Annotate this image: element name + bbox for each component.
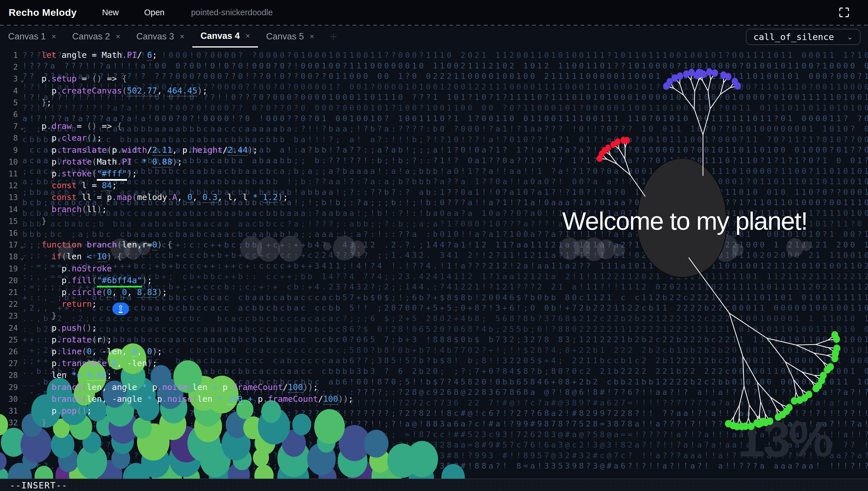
menu-new[interactable]: New — [102, 8, 119, 17]
scrubbable-number[interactable]: 6 — [147, 50, 152, 61]
line-number: 4 — [0, 85, 18, 97]
scrubbable-number[interactable]: 2.44 — [227, 145, 248, 156]
code-token: / — [283, 382, 288, 392]
code-token — [41, 192, 52, 202]
code-token: ) — [152, 347, 157, 356]
code-token: if — [52, 252, 62, 261]
chevron-down-icon: ⌄ — [847, 32, 853, 41]
fold-chevron-icon[interactable]: ⌄ — [20, 252, 24, 263]
code-token: p — [41, 335, 56, 345]
fold-chevron-icon[interactable]: ⌄ — [20, 121, 24, 133]
code-token: ; — [92, 323, 97, 333]
tab-label: Canvas 2 — [72, 31, 110, 42]
scrubbable-number[interactable]: 0.66 — [87, 370, 107, 381]
code-token: ( — [102, 287, 107, 297]
tab-canvas-5[interactable]: Canvas 5× — [258, 26, 322, 48]
code-token: line — [62, 347, 82, 356]
close-icon[interactable]: × — [180, 32, 184, 41]
line-number: 13 — [0, 192, 18, 203]
code-token: ) — [127, 169, 132, 178]
close-icon[interactable]: × — [245, 32, 250, 40]
code-token: p — [41, 406, 56, 415]
code-token: push — [62, 323, 82, 333]
color-string: "#6bff4a" — [97, 276, 142, 288]
code-token: } — [41, 216, 46, 226]
close-icon[interactable]: × — [116, 32, 120, 41]
code-token: . — [122, 50, 127, 60]
tab-canvas-4[interactable]: Canvas 4× — [192, 26, 258, 48]
menu-open[interactable]: Open — [144, 8, 165, 17]
code-token: , — [177, 192, 187, 202]
code-token — [41, 180, 52, 190]
code-token — [41, 382, 52, 392]
scrubbable-number[interactable]: 0.3 — [202, 192, 218, 203]
code-token: ; — [283, 192, 288, 202]
code-token: () — [82, 323, 92, 333]
scrubbable-number[interactable]: 0 — [152, 240, 157, 251]
line-number: 25 — [0, 334, 18, 346]
scrubbable-number[interactable]: 0.88 — [152, 157, 172, 168]
code-token: p — [41, 323, 56, 333]
scrubbable-number[interactable]: 1.2 — [263, 192, 278, 203]
code-token: ( — [82, 204, 87, 214]
tab-canvas-2[interactable]: Canvas 2× — [64, 26, 129, 48]
code-token: } — [41, 97, 46, 107]
code-token: const — [52, 180, 77, 190]
fullscreen-button[interactable] — [839, 7, 849, 17]
code-editor[interactable]: 1let angle = Math.PI/ 6;23⌄p.setup = () … — [0, 48, 868, 479]
scrubbable-number[interactable]: 0 — [132, 347, 137, 357]
add-canvas-button[interactable]: + — [322, 26, 345, 48]
line-number: 26 — [0, 346, 18, 357]
project-name: pointed-snickerdoodle — [191, 8, 273, 17]
scrubbable-number[interactable]: 0 — [147, 347, 152, 357]
scrubbable-number[interactable]: 0 — [112, 358, 117, 369]
scrubbable-number[interactable]: 8.83 — [137, 287, 157, 298]
tab-canvas-3[interactable]: Canvas 3× — [129, 26, 193, 48]
code-token: len — [197, 394, 218, 404]
scrubbable-number[interactable]: 464.45 — [167, 86, 198, 96]
code-token: . — [66, 287, 72, 297]
fold-chevron-icon[interactable]: ⌄ — [20, 74, 24, 85]
line-number: 11 — [0, 168, 18, 180]
close-icon[interactable]: × — [52, 32, 56, 41]
scrubbable-number[interactable]: 502.77 — [127, 86, 157, 96]
code-token: ; — [87, 406, 91, 415]
close-icon[interactable]: × — [310, 32, 314, 41]
scrubbable-number[interactable]: 100 — [227, 394, 243, 405]
code-token: frameCount — [233, 382, 283, 392]
code-token: fill — [72, 276, 92, 285]
scrubbable-number[interactable]: 0 — [187, 192, 192, 203]
code-token: map — [117, 192, 132, 202]
collab-cursor-badge[interactable]: ⇧ — [112, 302, 129, 315]
code-token: branch — [87, 240, 117, 250]
line-number: 9 — [0, 144, 18, 156]
code-token: return — [62, 299, 92, 309]
scrubbable-number[interactable]: 84 — [102, 180, 112, 191]
code-token: draw — [52, 121, 72, 131]
code-token: ) — [197, 86, 202, 95]
code-token: ) — [97, 204, 102, 214]
scrubbable-number[interactable]: 10 — [97, 252, 107, 262]
scrubbable-number[interactable]: 100 — [288, 382, 303, 393]
scrubbable-number[interactable]: 100 — [323, 394, 338, 405]
code-token: r — [97, 335, 102, 345]
code-token: . — [56, 133, 61, 143]
line-number: 12 — [0, 180, 18, 192]
code-token: p — [41, 157, 56, 167]
code-token: { — [117, 121, 122, 131]
scrubbable-number[interactable]: 0 — [122, 287, 127, 298]
canvas-tab-bar: Canvas 1×Canvas 2×Canvas 3×Canvas 4×Canv… — [0, 26, 868, 48]
line-number: 7 — [0, 120, 18, 132]
fold-chevron-icon[interactable]: ⌄ — [20, 240, 24, 252]
code-token: ; — [97, 133, 102, 143]
scrubbable-number[interactable]: 0 — [87, 347, 91, 357]
tab-canvas-1[interactable]: Canvas 1× — [0, 26, 64, 48]
code-token — [41, 394, 52, 404]
code-token: ; — [253, 145, 257, 155]
code-token: + — [248, 394, 253, 404]
melody-select[interactable]: call_of_silence ⌄ — [746, 29, 861, 45]
code-token: p — [41, 145, 56, 155]
line-number: 27 — [0, 357, 18, 369]
scrubbable-number[interactable]: 2.11 — [152, 145, 172, 156]
scrubbable-number[interactable]: 0 — [107, 287, 112, 298]
